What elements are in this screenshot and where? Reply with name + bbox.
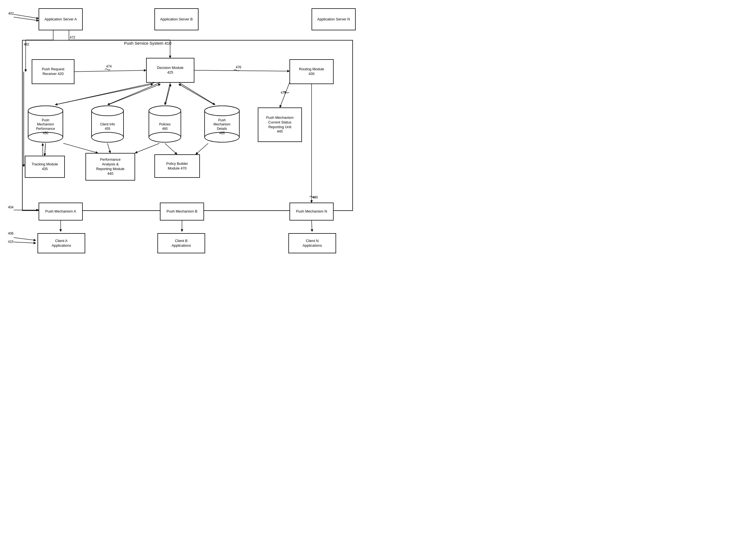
push-mech-n-box: Push Mechanism N bbox=[290, 202, 334, 220]
system-label: Push Service System 410 bbox=[124, 41, 171, 45]
ref-402-label: 402 bbox=[8, 12, 14, 15]
svg-text:472: 472 bbox=[70, 36, 75, 39]
push-mech-status-box: Push MechanismCurrent StatusReporting Un… bbox=[258, 107, 302, 142]
push-mech-b-box: Push Mechanism B bbox=[160, 202, 204, 220]
push-request-receiver-label: Push RequestReceiver 420 bbox=[42, 67, 64, 76]
client-n-outer: Client NApplications bbox=[287, 231, 338, 255]
client-b-label: Client BApplications bbox=[171, 239, 191, 248]
client-info-cylinder: Client Info455 bbox=[91, 105, 124, 143]
app-server-n-label: Application Server N bbox=[317, 17, 350, 22]
push-mech-status-label: Push MechanismCurrent StatusReporting Un… bbox=[266, 115, 294, 134]
routing-module-label: Routing Module430 bbox=[299, 67, 324, 76]
svg-point-17 bbox=[149, 106, 181, 116]
push-mech-b-label: Push Mechanism B bbox=[166, 209, 198, 214]
push-mech-n-label: Push Mechanism N bbox=[296, 209, 327, 214]
ref-415-label: 415 bbox=[8, 240, 13, 244]
perf-analysis-label: PerformanceAnalysis &Reporting Module440 bbox=[96, 157, 125, 176]
ref-406-label: 406 bbox=[8, 231, 13, 235]
decision-module-box: Decision Module425 bbox=[146, 58, 195, 83]
policy-builder-label: Policy BuilderModule 470 bbox=[166, 161, 188, 171]
ref-404-label: 404 bbox=[8, 205, 13, 209]
svg-point-10 bbox=[91, 132, 123, 142]
push-mech-details-cylinder: PushMechanismDetails465 bbox=[204, 105, 240, 143]
push-mech-a-label: Push Mechanism A bbox=[45, 209, 76, 214]
app-server-a-label: Application Server A bbox=[44, 17, 77, 22]
push-request-receiver-box: Push RequestReceiver 420 bbox=[32, 59, 74, 84]
svg-line-25 bbox=[14, 17, 39, 21]
routing-module-box: Routing Module430 bbox=[290, 59, 334, 84]
svg-line-65 bbox=[14, 242, 36, 243]
app-server-b-box: Application Server B bbox=[154, 8, 199, 30]
svg-line-24 bbox=[14, 14, 39, 18]
policy-builder-box: Policy BuilderModule 470 bbox=[154, 154, 200, 178]
push-mech-a-box: Push Mechanism A bbox=[39, 202, 83, 220]
svg-point-11 bbox=[91, 106, 123, 116]
app-server-a-box: Application Server A bbox=[39, 8, 83, 30]
tracking-module-box: Tracking Module435 bbox=[25, 156, 65, 178]
decision-module-label: Decision Module425 bbox=[157, 66, 183, 75]
app-server-b-label: Application Server B bbox=[160, 17, 193, 22]
client-b-outer: Client BApplications bbox=[156, 231, 207, 255]
policies-cylinder: Policies460 bbox=[148, 105, 181, 143]
svg-line-64 bbox=[14, 237, 36, 240]
svg-line-58 bbox=[312, 220, 312, 231]
app-server-n-box: Application Server N bbox=[312, 8, 356, 30]
client-a-label: Client AApplications bbox=[52, 239, 71, 248]
client-n-label: Client NApplications bbox=[303, 239, 322, 248]
svg-point-16 bbox=[149, 132, 181, 142]
push-mech-perf-cylinder: PushMechanismPerformance450 bbox=[28, 105, 63, 143]
tracking-module-label: Tracking Module435 bbox=[32, 162, 58, 171]
perf-analysis-box: PerformanceAnalysis &Reporting Module440 bbox=[85, 153, 135, 180]
client-a-outer: Client AApplications bbox=[36, 231, 87, 255]
